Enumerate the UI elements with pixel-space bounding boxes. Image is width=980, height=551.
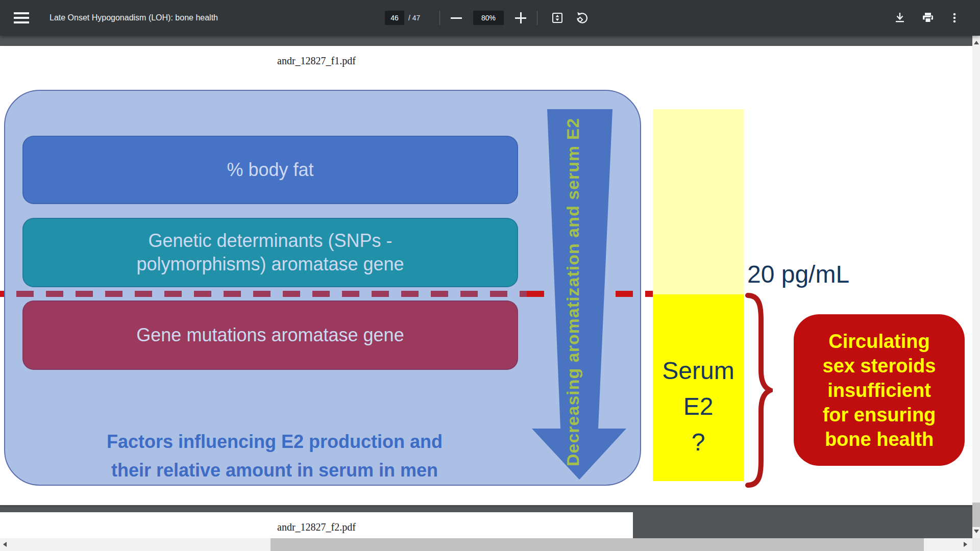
serum-line-3: ?	[653, 424, 744, 460]
scrollbar-corner	[972, 538, 980, 551]
genetic-line-2: polymorphisms) aromatase gene	[136, 253, 404, 276]
rotate-button[interactable]	[574, 11, 590, 25]
genetic-determinants-box: Genetic determinants (SNPs - polymorphis…	[22, 218, 518, 287]
genetic-line-1: Genetic determinants (SNPs -	[148, 229, 392, 253]
gene-mutations-box: Gene mutations aromatase gene	[22, 300, 518, 370]
serum-line-2: E2	[653, 389, 744, 424]
scroll-left-arrow-icon[interactable]	[3, 542, 7, 547]
page-count-label: / 47	[408, 0, 420, 36]
body-fat-box: % body fat	[22, 136, 518, 204]
scroll-right-arrow-icon[interactable]	[964, 542, 967, 547]
pdf-viewer: Late Onset Hypogonadism (LOH): bone heal…	[0, 0, 980, 551]
zoom-level-display: 80%	[473, 11, 504, 25]
threshold-value: 20 pg/mL	[747, 260, 849, 288]
vertical-scrollbar[interactable]	[972, 36, 980, 538]
caption-line-2: their relative amount in serum in men	[24, 456, 525, 485]
arrow-label: Decreasing aromatization and serum E2	[555, 113, 590, 470]
scroll-down-arrow-icon[interactable]	[974, 530, 979, 533]
horizontal-scrollbar-thumb[interactable]	[271, 538, 924, 551]
vertical-scrollbar-thumb[interactable]	[972, 503, 980, 527]
annotation-line-2: sex steroids	[823, 354, 936, 378]
figure1-filename: andr_12827_f1.pdf	[204, 55, 429, 67]
download-button[interactable]	[892, 10, 908, 26]
body-fat-label: % body fat	[227, 158, 313, 182]
print-icon	[921, 11, 935, 24]
zoom-out-button[interactable]	[448, 11, 464, 25]
annotation-box: Circulating sex steroids insufficient fo…	[794, 314, 965, 466]
threshold-dash-left	[0, 291, 4, 297]
brace-icon	[744, 293, 773, 488]
annotation-line-5: bone health	[825, 427, 934, 452]
serum-e2-label: Serum E2 ?	[653, 353, 744, 460]
figure-caption: Factors influencing E2 production and th…	[24, 428, 525, 485]
rotate-ccw-icon	[575, 11, 589, 24]
print-button[interactable]	[920, 10, 936, 26]
fit-page-icon	[551, 11, 564, 24]
page-number-input[interactable]	[385, 11, 404, 25]
serum-line-1: Serum	[653, 353, 744, 389]
zoom-in-button[interactable]	[512, 11, 529, 25]
figure2-filename: andr_12827_f2.pdf	[204, 521, 429, 533]
fit-page-button[interactable]	[549, 11, 566, 25]
annotation-line-3: insufficient	[827, 378, 931, 403]
toolbar: Late Onset Hypogonadism (LOH): bone heal…	[0, 0, 980, 36]
scroll-up-arrow-icon[interactable]	[974, 41, 979, 44]
annotation-line-1: Circulating	[828, 329, 929, 354]
toolbar-divider	[537, 11, 537, 25]
minus-icon	[451, 17, 462, 19]
more-vertical-icon[interactable]	[946, 10, 963, 26]
document-title: Late Onset Hypogonadism (LOH): bone heal…	[50, 0, 218, 36]
annotation-line-4: for ensuring	[823, 403, 936, 427]
hamburger-icon[interactable]	[12, 9, 31, 27]
toolbar-divider	[439, 11, 440, 25]
caption-line-1: Factors influencing E2 production and	[24, 428, 525, 456]
gene-mutations-label: Gene mutations aromatase gene	[136, 323, 404, 347]
serum-bar-upper	[653, 109, 744, 294]
threshold-dash-maroon	[4, 291, 527, 297]
download-icon	[893, 11, 906, 24]
